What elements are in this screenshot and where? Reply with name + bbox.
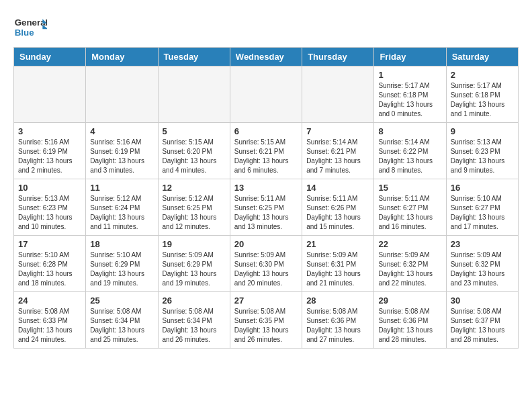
calendar-cell: 18Sunrise: 5:10 AM Sunset: 6:29 PM Dayli… [86,236,158,292]
day-number: 16 [451,183,514,193]
logo: General Blue [13,13,47,40]
calendar-cell: 9Sunrise: 5:13 AM Sunset: 6:23 PM Daylig… [446,123,518,179]
day-number: 30 [451,295,514,306]
calendar-cell: 27Sunrise: 5:08 AM Sunset: 6:35 PM Dayli… [230,292,302,349]
calendar-cell: 23Sunrise: 5:09 AM Sunset: 6:32 PM Dayli… [446,236,518,292]
calendar-day-header: Tuesday [158,48,230,66]
cell-info: Sunrise: 5:08 AM Sunset: 6:33 PM Dayligh… [18,307,81,345]
day-number: 1 [378,70,441,80]
cell-info: Sunrise: 5:08 AM Sunset: 6:35 PM Dayligh… [234,307,298,345]
calendar-day-header: Sunday [14,48,86,66]
cell-info: Sunrise: 5:13 AM Sunset: 6:23 PM Dayligh… [18,194,81,232]
calendar-week-row: 10Sunrise: 5:13 AM Sunset: 6:23 PM Dayli… [14,179,519,236]
calendar-cell: 20Sunrise: 5:09 AM Sunset: 6:30 PM Dayli… [230,236,302,292]
calendar-cell: 28Sunrise: 5:08 AM Sunset: 6:36 PM Dayli… [302,292,374,349]
day-number: 14 [306,183,369,193]
cell-info: Sunrise: 5:11 AM Sunset: 6:27 PM Dayligh… [378,194,441,232]
calendar-table: SundayMondayTuesdayWednesdayThursdayFrid… [13,47,519,349]
calendar-week-row: 24Sunrise: 5:08 AM Sunset: 6:33 PM Dayli… [14,292,519,349]
cell-info: Sunrise: 5:12 AM Sunset: 6:24 PM Dayligh… [90,194,153,232]
cell-info: Sunrise: 5:09 AM Sunset: 6:29 PM Dayligh… [163,250,226,288]
day-number: 20 [234,239,298,249]
cell-info: Sunrise: 5:09 AM Sunset: 6:32 PM Dayligh… [378,250,441,288]
calendar-cell: 8Sunrise: 5:14 AM Sunset: 6:22 PM Daylig… [374,123,446,179]
day-number: 10 [18,183,81,193]
calendar-week-row: 3Sunrise: 5:16 AM Sunset: 6:19 PM Daylig… [14,123,519,179]
calendar-header-row: SundayMondayTuesdayWednesdayThursdayFrid… [14,48,519,66]
cell-info: Sunrise: 5:17 AM Sunset: 6:18 PM Dayligh… [451,81,514,119]
cell-info: Sunrise: 5:08 AM Sunset: 6:34 PM Dayligh… [163,307,226,345]
day-number: 25 [90,295,153,306]
cell-info: Sunrise: 5:15 AM Sunset: 6:21 PM Dayligh… [234,138,298,175]
day-number: 23 [451,239,514,249]
day-number: 19 [163,239,226,249]
calendar-cell: 3Sunrise: 5:16 AM Sunset: 6:19 PM Daylig… [14,123,86,179]
cell-info: Sunrise: 5:11 AM Sunset: 6:26 PM Dayligh… [306,194,369,232]
calendar-cell [14,66,86,123]
calendar-cell: 26Sunrise: 5:08 AM Sunset: 6:34 PM Dayli… [158,292,230,349]
calendar-cell: 5Sunrise: 5:15 AM Sunset: 6:20 PM Daylig… [158,123,230,179]
calendar-cell [302,66,374,123]
calendar-day-header: Friday [374,48,446,66]
calendar-cell: 7Sunrise: 5:14 AM Sunset: 6:21 PM Daylig… [302,123,374,179]
calendar-cell: 30Sunrise: 5:08 AM Sunset: 6:37 PM Dayli… [446,292,518,349]
calendar-cell: 12Sunrise: 5:12 AM Sunset: 6:25 PM Dayli… [158,179,230,236]
day-number: 15 [378,183,441,193]
calendar-week-row: 1Sunrise: 5:17 AM Sunset: 6:18 PM Daylig… [14,66,519,123]
calendar-cell: 14Sunrise: 5:11 AM Sunset: 6:26 PM Dayli… [302,179,374,236]
cell-info: Sunrise: 5:10 AM Sunset: 6:28 PM Dayligh… [18,250,81,288]
cell-info: Sunrise: 5:10 AM Sunset: 6:27 PM Dayligh… [451,194,514,232]
calendar-cell [230,66,302,123]
day-number: 9 [451,126,514,136]
calendar-day-header: Thursday [302,48,374,66]
cell-info: Sunrise: 5:08 AM Sunset: 6:37 PM Dayligh… [451,307,514,345]
calendar-cell: 21Sunrise: 5:09 AM Sunset: 6:31 PM Dayli… [302,236,374,292]
calendar-day-header: Wednesday [230,48,302,66]
day-number: 7 [306,126,369,136]
day-number: 2 [451,70,514,80]
day-number: 24 [18,295,81,306]
cell-info: Sunrise: 5:11 AM Sunset: 6:25 PM Dayligh… [234,194,298,232]
calendar-cell: 19Sunrise: 5:09 AM Sunset: 6:29 PM Dayli… [158,236,230,292]
cell-info: Sunrise: 5:09 AM Sunset: 6:32 PM Dayligh… [451,250,514,288]
day-number: 3 [18,126,81,136]
day-number: 11 [90,183,153,193]
calendar-cell: 17Sunrise: 5:10 AM Sunset: 6:28 PM Dayli… [14,236,86,292]
svg-text:Blue: Blue [15,28,34,38]
logo-icon: General Blue [13,13,47,40]
day-number: 13 [234,183,298,193]
day-number: 6 [234,126,298,136]
day-number: 8 [378,126,441,136]
day-number: 28 [306,295,369,306]
calendar-cell: 2Sunrise: 5:17 AM Sunset: 6:18 PM Daylig… [446,66,518,123]
cell-info: Sunrise: 5:14 AM Sunset: 6:22 PM Dayligh… [378,138,441,175]
day-number: 26 [163,295,226,306]
svg-text:General: General [15,17,47,28]
calendar-week-row: 17Sunrise: 5:10 AM Sunset: 6:28 PM Dayli… [14,236,519,292]
calendar-cell: 13Sunrise: 5:11 AM Sunset: 6:25 PM Dayli… [230,179,302,236]
day-number: 17 [18,239,81,249]
calendar-cell: 24Sunrise: 5:08 AM Sunset: 6:33 PM Dayli… [14,292,86,349]
cell-info: Sunrise: 5:16 AM Sunset: 6:19 PM Dayligh… [18,138,81,175]
cell-info: Sunrise: 5:09 AM Sunset: 6:31 PM Dayligh… [306,250,369,288]
calendar-cell: 16Sunrise: 5:10 AM Sunset: 6:27 PM Dayli… [446,179,518,236]
calendar-cell: 6Sunrise: 5:15 AM Sunset: 6:21 PM Daylig… [230,123,302,179]
cell-info: Sunrise: 5:15 AM Sunset: 6:20 PM Dayligh… [163,138,226,175]
calendar-day-header: Monday [86,48,158,66]
calendar-day-header: Saturday [446,48,518,66]
calendar-cell: 1Sunrise: 5:17 AM Sunset: 6:18 PM Daylig… [374,66,446,123]
calendar-cell: 11Sunrise: 5:12 AM Sunset: 6:24 PM Dayli… [86,179,158,236]
cell-info: Sunrise: 5:08 AM Sunset: 6:36 PM Dayligh… [306,307,369,345]
calendar-cell: 10Sunrise: 5:13 AM Sunset: 6:23 PM Dayli… [14,179,86,236]
cell-info: Sunrise: 5:16 AM Sunset: 6:19 PM Dayligh… [90,138,153,175]
day-number: 18 [90,239,153,249]
page-header: General Blue [13,13,519,40]
cell-info: Sunrise: 5:12 AM Sunset: 6:25 PM Dayligh… [163,194,226,232]
cell-info: Sunrise: 5:14 AM Sunset: 6:21 PM Dayligh… [306,138,369,175]
day-number: 12 [163,183,226,193]
day-number: 29 [378,295,441,306]
day-number: 21 [306,239,369,249]
cell-info: Sunrise: 5:17 AM Sunset: 6:18 PM Dayligh… [378,81,441,119]
day-number: 4 [90,126,153,136]
calendar-cell: 29Sunrise: 5:08 AM Sunset: 6:36 PM Dayli… [374,292,446,349]
